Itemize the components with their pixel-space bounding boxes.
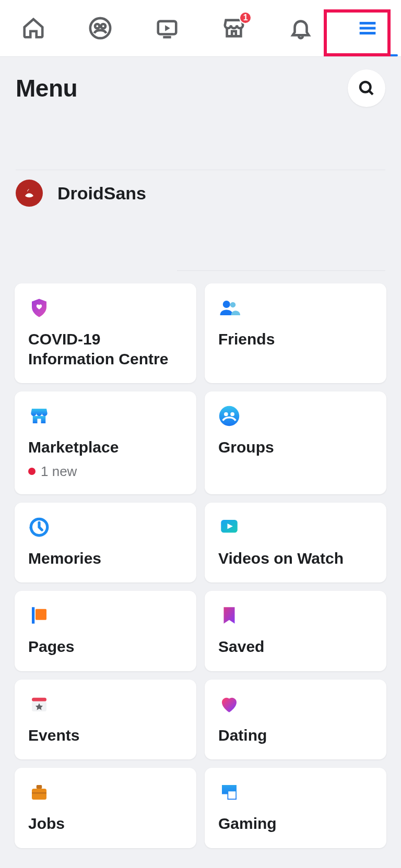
home-icon: [21, 16, 45, 40]
svg-point-15: [230, 412, 234, 417]
page-title: Menu: [16, 74, 77, 102]
svg-point-8: [360, 82, 371, 92]
menu-item-dating[interactable]: Dating: [205, 680, 386, 760]
menu-item-groups[interactable]: Groups: [205, 391, 386, 494]
menu-item-label: Friends: [218, 329, 373, 349]
svg-point-2: [101, 24, 105, 28]
svg-point-14: [224, 412, 228, 417]
menu-header: Menu: [0, 57, 401, 107]
menu-item-label: Jobs: [28, 814, 183, 834]
memories-icon: [28, 516, 50, 538]
menu-item-label: Saved: [218, 637, 373, 657]
svg-point-11: [230, 302, 236, 308]
menu-item-label: Marketplace: [28, 437, 183, 457]
jobs-icon: [28, 781, 50, 803]
menu-item-gaming[interactable]: Gaming: [205, 768, 386, 848]
menu-item-label: Gaming: [218, 814, 373, 834]
menu-item-events[interactable]: Events: [15, 680, 196, 760]
search-button[interactable]: [348, 69, 385, 107]
menu-item-videos[interactable]: Videos on Watch: [205, 503, 386, 583]
shield-heart-icon: [28, 297, 50, 319]
tab-watch[interactable]: [134, 0, 200, 56]
menu-item-label: Groups: [218, 437, 373, 457]
menu-item-label: Memories: [28, 549, 183, 568]
pages-icon: [28, 604, 50, 626]
menu-item-sublabel: 1 new: [28, 463, 183, 480]
svg-point-0: [90, 18, 110, 38]
marketplace-badge: 1: [239, 11, 252, 24]
groups-color-icon: [218, 405, 240, 427]
svg-rect-19: [32, 607, 34, 624]
divider: [177, 270, 385, 271]
marketplace-color-icon: [28, 405, 50, 427]
svg-rect-23: [32, 789, 46, 800]
profile-row[interactable]: DroidSans: [0, 170, 401, 218]
svg-rect-20: [36, 609, 46, 620]
profile-name: DroidSans: [57, 183, 146, 204]
gaming-icon: [218, 781, 240, 803]
menu-item-saved[interactable]: Saved: [205, 591, 386, 671]
hamburger-icon: [356, 16, 380, 40]
menu-item-marketplace[interactable]: Marketplace 1 new: [15, 391, 196, 494]
tab-menu[interactable]: [334, 0, 401, 56]
menu-item-covid[interactable]: COVID-19 Information Centre: [15, 283, 196, 383]
dating-icon: [218, 693, 240, 715]
watch-icon: [155, 16, 179, 40]
menu-item-label: Videos on Watch: [218, 549, 373, 568]
menu-item-pages[interactable]: Pages: [15, 591, 196, 671]
tab-groups[interactable]: [67, 0, 134, 56]
bell-icon: [289, 16, 313, 40]
tab-notifications[interactable]: [267, 0, 334, 56]
tab-home[interactable]: [0, 0, 67, 56]
menu-item-subtext: 1 new: [41, 463, 77, 480]
svg-point-10: [223, 301, 230, 308]
svg-rect-12: [38, 419, 41, 423]
friends-icon: [218, 297, 240, 319]
groups-icon: [88, 16, 112, 40]
svg-rect-21: [32, 697, 46, 701]
svg-rect-24: [37, 785, 42, 789]
menu-item-label: Dating: [218, 726, 373, 745]
svg-line-9: [369, 91, 373, 94]
menu-item-friends[interactable]: Friends: [205, 283, 386, 383]
svg-rect-25: [32, 792, 46, 794]
menu-item-memories[interactable]: Memories: [15, 503, 196, 583]
avatar: [16, 180, 43, 207]
avatar-glyph-icon: [21, 185, 38, 201]
top-nav: 1: [0, 0, 401, 57]
search-icon: [357, 79, 376, 98]
tab-marketplace[interactable]: 1: [200, 0, 267, 56]
menu-grid: COVID-19 Information Centre Friends Mark…: [15, 283, 386, 848]
svg-point-1: [95, 24, 99, 28]
saved-icon: [218, 604, 240, 626]
new-dot-icon: [28, 468, 36, 475]
events-icon: [28, 693, 50, 715]
menu-item-jobs[interactable]: Jobs: [15, 768, 196, 848]
svg-rect-26: [228, 791, 235, 799]
videos-icon: [218, 516, 240, 538]
menu-item-label: COVID-19 Information Centre: [28, 329, 183, 368]
menu-item-label: Pages: [28, 637, 183, 657]
menu-item-label: Events: [28, 726, 183, 745]
svg-point-13: [219, 406, 240, 426]
